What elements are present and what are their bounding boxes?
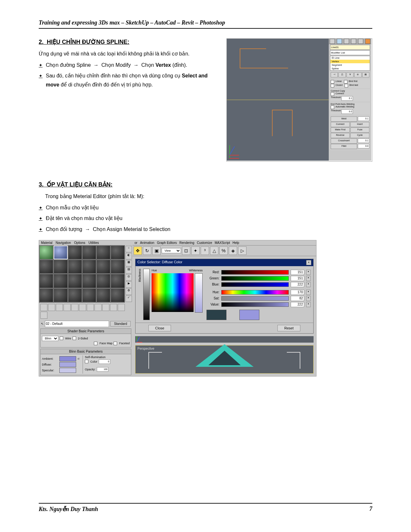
sbp-header[interactable]: Shader Basic Parameters xyxy=(41,329,131,334)
threshold2-value[interactable]: 6.0 xyxy=(341,109,353,114)
weld-button[interactable]: Weld xyxy=(331,116,357,122)
sat-slider[interactable] xyxy=(221,296,289,301)
fuse-button[interactable]: Fuse xyxy=(350,127,369,133)
scale-tool-button[interactable]: ▣ xyxy=(152,246,161,255)
object-name-field[interactable]: Line01 xyxy=(330,45,370,50)
crossinsert-button[interactable]: CrossInsert xyxy=(331,138,357,144)
move-tool-button[interactable]: ✥ xyxy=(134,246,142,255)
wire-checkbox[interactable] xyxy=(60,336,63,340)
get-material-button[interactable] xyxy=(40,304,47,311)
faceted-checkbox[interactable] xyxy=(114,342,117,345)
mat-menu-material[interactable]: Material xyxy=(41,241,53,245)
opacity-value[interactable]: 100 xyxy=(97,367,108,372)
green-value[interactable]: 151 xyxy=(291,276,304,281)
go-to-parent-button[interactable] xyxy=(118,304,125,311)
put-to-library-button[interactable] xyxy=(87,304,94,311)
show-end-result-button[interactable] xyxy=(110,304,117,311)
show-in-viewport-button[interactable] xyxy=(102,304,109,311)
show-end-button[interactable]: ∏ xyxy=(338,72,346,77)
material-slot[interactable] xyxy=(111,246,125,259)
material-slot[interactable] xyxy=(96,274,110,288)
autoweld-checkbox[interactable] xyxy=(331,105,334,109)
fillet-value[interactable]: 0.0 xyxy=(358,144,369,148)
val-spinner[interactable]: ▴ xyxy=(306,302,311,307)
diffuse-swatch[interactable] xyxy=(59,362,76,367)
val-value[interactable]: 222 xyxy=(291,302,304,307)
video-check-button[interactable]: ◎ xyxy=(125,274,132,281)
val-slider[interactable] xyxy=(221,302,289,307)
mat-menu-navigation[interactable]: Navigation xyxy=(56,241,71,245)
material-slot[interactable] xyxy=(96,260,110,274)
menu-rendering[interactable]: Rendering xyxy=(179,241,194,245)
angle-snap-button[interactable]: △ xyxy=(210,246,218,255)
facemap-checkbox[interactable] xyxy=(94,342,97,345)
material-slot[interactable] xyxy=(39,246,53,259)
close-button[interactable]: Close xyxy=(148,325,171,331)
ambient-swatch[interactable] xyxy=(59,356,76,361)
close-button[interactable]: × xyxy=(306,260,311,265)
make-unique-button[interactable]: ∀ xyxy=(346,72,354,77)
hue-spinner[interactable]: ▴ xyxy=(306,290,311,295)
whiteness-slider[interactable] xyxy=(195,273,203,313)
hierarchy-tab[interactable] xyxy=(344,39,349,44)
specular-swatch[interactable] xyxy=(59,368,76,373)
material-slot[interactable] xyxy=(111,260,125,274)
make-preview-button[interactable]: ▶ xyxy=(125,281,132,288)
red-spinner[interactable]: ▴ xyxy=(306,270,311,275)
material-slot[interactable] xyxy=(39,288,53,302)
material-name-input[interactable] xyxy=(45,321,109,327)
ref-coord-dropdown[interactable]: View xyxy=(162,248,181,253)
threshold-value[interactable]: 0.1 xyxy=(341,96,353,101)
material-slot[interactable] xyxy=(68,246,82,259)
bindfirst-checkbox[interactable] xyxy=(344,80,347,84)
closed-checkbox[interactable] xyxy=(331,84,334,87)
material-slot[interactable] xyxy=(54,260,67,274)
motion-tab[interactable] xyxy=(351,39,356,44)
material-slot[interactable] xyxy=(68,274,82,288)
lock-icon[interactable]: ⊂ xyxy=(77,357,80,360)
make-copy-button[interactable] xyxy=(71,304,78,311)
sat-spinner[interactable]: ▴ xyxy=(306,296,311,301)
mat-menu-options[interactable]: Options xyxy=(74,241,85,245)
sample-type-button[interactable]: ○ xyxy=(125,246,132,252)
modify-tab[interactable] xyxy=(337,39,342,44)
pin-stack-button[interactable]: ⊣ xyxy=(331,72,338,77)
material-slot[interactable] xyxy=(82,288,96,302)
reset-map-button[interactable] xyxy=(64,304,71,311)
spinner-snap-button[interactable]: ◈ xyxy=(229,246,237,255)
modifier-list-dropdown[interactable]: Modifier List xyxy=(330,50,370,55)
material-slot[interactable] xyxy=(82,246,96,259)
connect-checkbox[interactable] xyxy=(331,92,334,96)
blue-value[interactable]: 222 xyxy=(291,282,304,287)
weld-value[interactable]: 0.1 xyxy=(358,116,369,121)
hue-slider[interactable] xyxy=(221,290,289,295)
material-slot[interactable] xyxy=(111,274,125,288)
hue-value[interactable]: 170 xyxy=(291,290,304,295)
material-slot[interactable] xyxy=(39,274,53,288)
fillet-button[interactable]: Fillet xyxy=(331,144,357,149)
menu-or[interactable]: or xyxy=(135,241,137,245)
red-value[interactable]: 151 xyxy=(291,270,304,275)
shader-dropdown[interactable]: Blinn xyxy=(42,336,58,341)
insert-button[interactable]: Insert xyxy=(350,122,369,127)
selfcolor-value[interactable]: 0 xyxy=(99,359,110,364)
color-selector-titlebar[interactable]: Color Selector: Diffuse Color× xyxy=(135,259,313,266)
material-slot[interactable] xyxy=(39,260,53,274)
material-type-button[interactable]: Standard xyxy=(110,321,131,326)
percent-snap-button[interactable]: % xyxy=(219,246,228,255)
rotate-tool-button[interactable]: ↻ xyxy=(143,246,151,255)
hue-picker[interactable] xyxy=(152,273,194,312)
config-button[interactable]: ▤ xyxy=(362,72,369,77)
material-slot[interactable] xyxy=(54,274,67,288)
pick-icon[interactable]: ↖ xyxy=(41,322,44,326)
menu-animation[interactable]: Animation xyxy=(140,241,154,245)
stack-spline[interactable]: Spline xyxy=(330,67,370,70)
material-id-button[interactable] xyxy=(95,304,102,311)
material-slot[interactable] xyxy=(68,260,82,274)
modifier-stack[interactable]: ⊟ Line Vertex Segment Spline xyxy=(330,56,370,71)
material-slot[interactable] xyxy=(96,288,110,302)
material-slot[interactable] xyxy=(96,246,110,259)
stack-vertex[interactable]: Vertex xyxy=(330,60,370,63)
menu-maxscript[interactable]: MAXScript xyxy=(215,241,230,245)
select-by-mat-button[interactable]: ✓ xyxy=(125,296,132,302)
